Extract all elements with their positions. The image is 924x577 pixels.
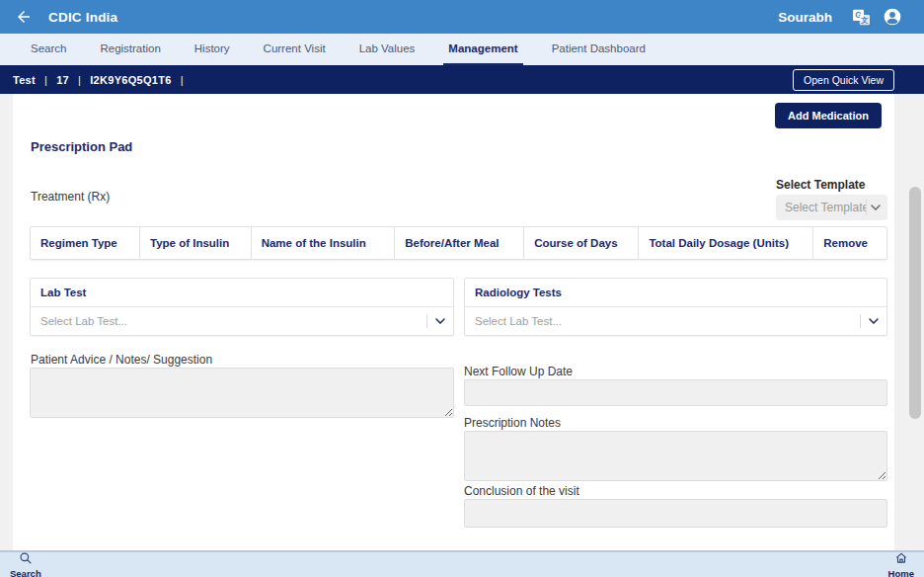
medication-table: Regimen TypeType of InsulinName of the I… [30, 226, 887, 260]
chevron-down-icon [861, 318, 886, 324]
add-medication-button[interactable]: Add Medication [775, 103, 882, 128]
table-column-header: Before/After Meal [395, 227, 524, 259]
radiology-tests-placeholder: Select Lab Test... [465, 315, 860, 327]
content-area: Add Medication Prescription Pad Treatmen… [0, 94, 924, 550]
prescription-notes-label: Prescription Notes [464, 416, 561, 430]
app-title: CDIC India [48, 10, 117, 25]
app-bar: CDIC India Sourabh G 文 [0, 0, 924, 34]
bottom-home-label: Home [888, 569, 914, 577]
scrollbar-thumb[interactable] [909, 187, 921, 419]
bottom-bar: Search Home [0, 550, 924, 577]
table-column-header: Total Daily Dosage (Units) [639, 227, 813, 259]
svg-text:文: 文 [860, 16, 869, 25]
page-title: Prescription Pad [31, 139, 132, 154]
patient-info-segment: Test [13, 74, 36, 86]
tab-registration[interactable]: Registration [95, 34, 165, 65]
tab-search[interactable]: Search [26, 34, 71, 65]
patient-info-separator: | [44, 74, 47, 86]
chevron-down-icon [866, 200, 887, 215]
table-column-header: Name of the Insulin [252, 227, 396, 259]
patient-info: Test|17|I2K9Y6Q5Q1T6| [13, 74, 192, 86]
radiology-tests-card: Radiology Tests Select Lab Test... [464, 278, 887, 336]
app-screen: CDIC India Sourabh G 文 SearchRegistratio… [0, 0, 924, 577]
select-template-dropdown[interactable]: Select Template [776, 195, 887, 220]
translate-icon[interactable]: G 文 [852, 9, 871, 26]
lab-test-placeholder: Select Lab Test... [31, 315, 426, 327]
bottom-home-button[interactable]: Home [888, 551, 914, 577]
patient-advice-label: Patient Advice / Notes/ Suggestion [31, 353, 212, 367]
conclusion-input[interactable] [464, 499, 887, 528]
table-column-header: Course of Days [524, 227, 639, 259]
tab-patient-dashboard[interactable]: Patient Dashboard [547, 34, 651, 65]
lab-test-card: Lab Test Select Lab Test... [30, 278, 454, 336]
bottom-search-label: Search [10, 569, 41, 577]
select-template-label: Select Template [776, 178, 865, 192]
account-icon[interactable] [883, 7, 902, 27]
medication-table-header-row: Regimen TypeType of InsulinName of the I… [31, 227, 886, 259]
conclusion-label: Conclusion of the visit [464, 484, 579, 498]
content-card: Add Medication Prescription Pad Treatmen… [13, 94, 894, 550]
next-follow-up-label: Next Follow Up Date [464, 365, 573, 378]
user-name: Sourabh [778, 10, 832, 25]
patient-info-segment: 17 [56, 74, 69, 86]
table-column-header: Regimen Type [31, 227, 140, 259]
patient-info-separator: | [78, 74, 81, 86]
bottom-search-button[interactable]: Search [10, 551, 41, 577]
treatment-label: Treatment (Rx) [31, 190, 110, 204]
tab-management[interactable]: Management [443, 34, 522, 65]
table-column-header: Type of Insulin [140, 227, 252, 259]
back-arrow-icon[interactable] [14, 7, 34, 27]
patient-bar: Test|17|I2K9Y6Q5Q1T6| Open Quick View [0, 65, 924, 94]
chevron-down-icon [427, 318, 453, 324]
tab-history[interactable]: History [190, 34, 235, 65]
nav-tabs: SearchRegistrationHistoryCurrent VisitLa… [0, 34, 924, 65]
radiology-tests-title: Radiology Tests [465, 279, 886, 307]
table-column-header: Remove [813, 227, 886, 259]
patient-info-separator: | [181, 74, 184, 86]
select-template-value: Select Template [776, 201, 866, 214]
patient-info-segment: I2K9Y6Q5Q1T6 [90, 74, 171, 86]
open-quick-view-button[interactable]: Open Quick View [793, 69, 894, 91]
next-follow-up-input[interactable] [464, 379, 887, 406]
lab-test-title: Lab Test [31, 279, 453, 307]
tab-lab-values[interactable]: Lab Values [354, 34, 421, 65]
lab-test-select[interactable]: Select Lab Test... [31, 307, 453, 335]
patient-advice-textarea[interactable] [30, 368, 454, 418]
radiology-tests-select[interactable]: Select Lab Test... [465, 307, 886, 335]
search-icon [19, 551, 33, 568]
tab-current-visit[interactable]: Current Visit [259, 34, 331, 65]
prescription-notes-textarea[interactable] [464, 431, 887, 481]
home-icon [894, 551, 908, 568]
